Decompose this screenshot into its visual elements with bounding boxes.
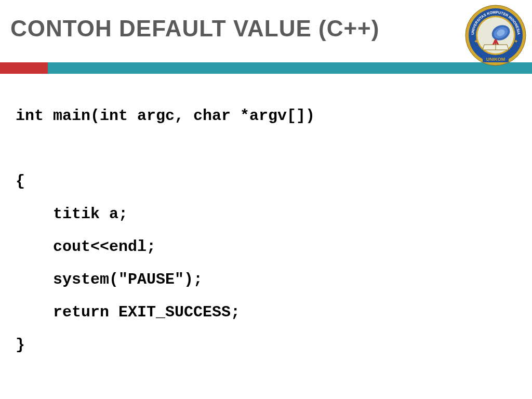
slide-header: CONTOH DEFAULT VALUE (C++) UNI [0,0,532,42]
unikom-logo-icon: UNIVERSITAS KOMPUTER INDONESIA UNIKOM ✦ … [464,4,527,66]
svg-text:UNIKOM: UNIKOM [486,57,506,62]
code-line-5: system("PAUSE"); [16,271,203,288]
code-line-1: int main(int argc, char *argv[]) [16,107,315,125]
code-line-6: return EXIT_SUCCESS; [16,303,240,321]
svg-text:✦: ✦ [474,38,478,44]
svg-text:✦: ✦ [514,38,518,44]
accent-divider [0,62,532,74]
teal-accent-block [48,62,532,74]
code-block: int main(int argc, char *argv[]) { titik… [0,74,532,362]
red-accent-block [0,62,48,74]
code-line-4: cout<<endl; [16,238,156,256]
university-logo: UNIVERSITAS KOMPUTER INDONESIA UNIKOM ✦ … [464,4,527,66]
code-line-7: } [16,336,25,354]
code-line-2: { [16,172,25,190]
code-line-3: titik a; [16,205,128,223]
slide-title: CONTOH DEFAULT VALUE (C++) [10,16,532,42]
